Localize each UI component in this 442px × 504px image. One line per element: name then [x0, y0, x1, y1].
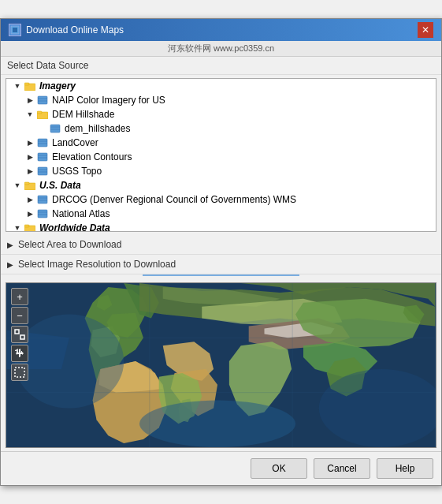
- drcog-layer-icon: [36, 194, 49, 205]
- svg-rect-22: [24, 182, 29, 185]
- lc-layer-icon: [36, 137, 49, 148]
- us-data-label: U.S. Data: [39, 180, 81, 191]
- elev-layer-icon: [36, 151, 49, 162]
- naip-layer-icon: [36, 95, 49, 106]
- tree-node-imagery[interactable]: ▼ Imagery: [6, 79, 436, 93]
- dialog-title: Download Online Maps: [26, 24, 124, 35]
- demh-layer-icon: [49, 123, 61, 134]
- usgs-label: USGS Topo: [52, 166, 102, 177]
- map-area[interactable]: + −: [6, 282, 436, 448]
- tree-node-us-data[interactable]: ▼ U.S. Data: [6, 178, 436, 192]
- extent-button[interactable]: [11, 326, 28, 343]
- us-expand-icon: ▼: [13, 181, 22, 190]
- lc-expand-icon: ▶: [25, 138, 35, 147]
- na-layer-icon: [36, 208, 49, 219]
- title-bar-left: Download Online Maps: [9, 24, 124, 36]
- close-button[interactable]: ✕: [418, 22, 433, 38]
- naip-label: NAIP Color Imagery for US: [52, 95, 165, 106]
- svg-rect-12: [38, 139, 47, 147]
- tree-node-drcog[interactable]: ▶ DRCOG (Denver Regional Council of Gove…: [6, 192, 436, 207]
- svg-rect-4: [38, 96, 47, 104]
- svg-rect-8: [37, 111, 42, 114]
- area-section-label: Select Area to Download: [18, 239, 121, 250]
- svg-rect-45: [15, 368, 24, 377]
- svg-rect-18: [38, 167, 47, 175]
- resolution-underline: [143, 274, 299, 276]
- svg-rect-30: [24, 225, 29, 227]
- area-section[interactable]: ▶ Select Area to Download: [1, 235, 441, 255]
- pan-icon: [14, 348, 25, 359]
- ww-expand-icon: ▼: [13, 223, 22, 232]
- imagery-expand-icon: ▼: [13, 81, 22, 91]
- tree-node-worldwide[interactable]: ▼ Worldwide Data: [6, 221, 436, 232]
- landcover-label: LandCover: [52, 137, 98, 148]
- tree-node-landcover[interactable]: ▶ LandCover: [6, 136, 436, 150]
- svg-rect-3: [24, 83, 29, 85]
- usgs-expand-icon: ▶: [25, 166, 35, 176]
- tree-node-dem[interactable]: ▼ DEM Hillshade: [6, 107, 436, 121]
- tree-node-national-atlas[interactable]: ▶ National Atlas: [6, 207, 436, 221]
- data-source-label: Select Data Source: [1, 57, 441, 75]
- dem-expand-icon: ▼: [25, 110, 35, 119]
- us-folder-icon: [24, 180, 36, 191]
- cancel-button[interactable]: Cancel: [314, 458, 370, 479]
- drcog-label: DRCOG (Denver Regional Council of Govern…: [52, 194, 296, 205]
- pan-button[interactable]: [11, 345, 28, 362]
- elev-expand-icon: ▶: [25, 152, 35, 162]
- ww-folder-icon: [24, 222, 36, 232]
- zoom-in-button[interactable]: +: [11, 288, 28, 305]
- title-bar: Download Online Maps ✕: [1, 19, 441, 41]
- tree-node-usgs[interactable]: ▶ USGS Topo: [6, 164, 436, 178]
- demh-expand-icon: [38, 124, 47, 133]
- zoom-out-button[interactable]: −: [11, 307, 28, 324]
- tree-node-elevation[interactable]: ▶ Elevation Contours: [6, 150, 436, 164]
- tree-node-dem-hillshades[interactable]: dem_hillshades: [6, 121, 436, 136]
- worldwide-label: Worldwide Data: [39, 222, 110, 232]
- footer: OK Cancel Help: [1, 451, 441, 485]
- tree-container[interactable]: ▼ Imagery ▶ NAIP Color Imagery for US: [6, 78, 436, 232]
- svg-rect-26: [38, 210, 47, 218]
- imagery-label: Imagery: [39, 80, 76, 91]
- national-atlas-label: National Atlas: [52, 208, 110, 219]
- demh-label: dem_hillshades: [65, 123, 130, 134]
- svg-rect-44: [20, 335, 24, 339]
- tree-node-naip[interactable]: ▶ NAIP Color Imagery for US: [6, 93, 436, 107]
- svg-point-37: [139, 401, 295, 447]
- dem-label: DEM Hillshade: [52, 109, 114, 120]
- watermark: 河东软件网 www.pc0359.cn: [1, 41, 441, 57]
- app-icon: [9, 24, 21, 36]
- svg-rect-23: [38, 196, 47, 203]
- map-svg: [6, 283, 436, 447]
- na-expand-icon: ▶: [25, 209, 35, 218]
- map-tools: + −: [11, 288, 28, 381]
- extent-icon: [14, 329, 25, 340]
- svg-rect-9: [50, 125, 60, 133]
- select-icon: [14, 367, 25, 378]
- dialog: Download Online Maps ✕ 河东软件网 www.pc0359.…: [0, 18, 442, 486]
- resolution-section-label: Select Image Resolution to Download: [18, 259, 176, 270]
- svg-rect-43: [15, 330, 19, 334]
- imagery-folder-icon: [24, 80, 36, 91]
- naip-expand-icon: ▶: [25, 95, 35, 105]
- select-button[interactable]: [11, 364, 28, 381]
- usgs-layer-icon: [36, 166, 49, 177]
- drcog-expand-icon: ▶: [25, 195, 35, 204]
- resolution-section[interactable]: ▶ Select Image Resolution to Download: [1, 255, 441, 274]
- dem-folder-icon: [36, 109, 49, 120]
- area-arrow-icon: ▶: [7, 241, 13, 249]
- svg-rect-1: [13, 28, 17, 32]
- help-button[interactable]: Help: [377, 458, 433, 479]
- elevation-label: Elevation Contours: [52, 151, 132, 162]
- resolution-arrow-icon: ▶: [7, 260, 13, 269]
- svg-rect-15: [38, 153, 47, 161]
- ok-button[interactable]: OK: [251, 458, 307, 479]
